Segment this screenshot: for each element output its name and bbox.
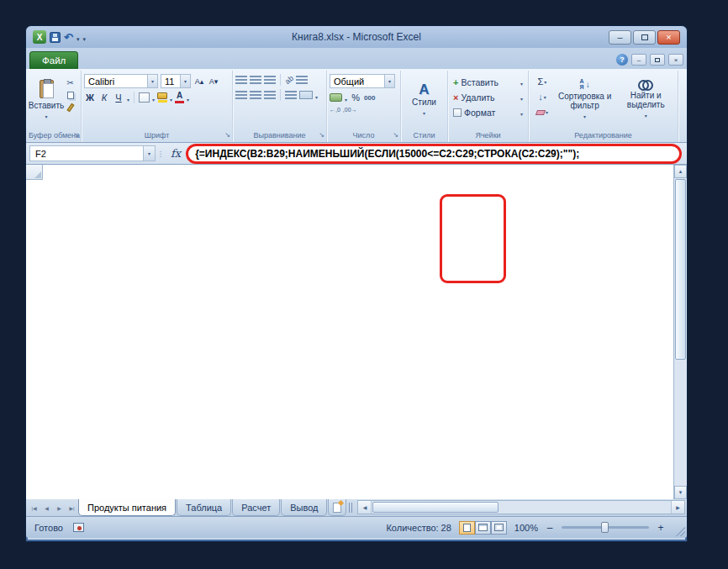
maximize-button[interactable] [633,30,656,45]
name-box[interactable]: F2 [29,145,156,161]
decrease-indent-icon[interactable] [285,91,297,99]
formula-bar-splitter[interactable]: ⋮ [156,150,166,158]
zoom-in-icon[interactable]: + [657,523,665,533]
sheet-tab-vyvod[interactable]: Вывод [281,499,327,516]
page-break-view-button[interactable] [491,521,507,535]
copy-icon[interactable] [67,92,74,99]
currency-format-icon[interactable] [330,93,342,102]
align-bottom-icon[interactable] [264,76,276,84]
align-left-icon[interactable] [235,91,247,99]
styles-button[interactable]: A Стили [404,72,445,128]
font-name-dropdown-icon[interactable] [147,75,157,87]
fill-color-dropdown-icon[interactable] [170,90,172,105]
merge-dropdown-icon[interactable] [315,87,318,103]
workbook-close-button[interactable]: × [668,54,683,66]
orientation-icon[interactable]: ab [283,74,295,86]
decrease-decimal-icon[interactable]: ,00→ [343,107,357,113]
align-center-icon[interactable] [250,91,261,99]
cut-icon[interactable]: ✂ [66,79,73,87]
font-name-combo[interactable]: Calibri [84,74,158,88]
scroll-up-icon[interactable] [674,165,687,178]
sheet-tab-tablitsa[interactable]: Таблица [177,499,231,516]
font-size-dropdown-icon[interactable] [180,75,190,87]
underline-dropdown-icon[interactable] [127,90,129,105]
underline-button[interactable]: Ч [113,91,124,104]
horizontal-scrollbar[interactable] [357,500,685,514]
resize-grip[interactable] [674,525,685,536]
shrink-font-icon[interactable]: A▾ [208,75,219,88]
bold-button[interactable]: Ж [84,91,96,104]
last-sheet-icon[interactable] [66,499,78,516]
formula-input[interactable]: {=ИНДЕКС(B2:B29;НАИМЕНЬШИЙ(ЕСЛИ(15000<=C… [186,144,682,164]
next-sheet-icon[interactable] [53,499,66,516]
file-tab[interactable]: Файл [29,51,78,69]
clipboard-dialog-launcher-icon[interactable] [73,125,79,140]
workbook-restore-button[interactable] [650,54,665,66]
comma-format-icon[interactable]: 000 [364,94,375,102]
number-dialog-launcher-icon[interactable] [393,125,398,140]
macro-record-icon[interactable] [73,523,84,532]
vertical-scroll-track[interactable] [674,361,687,486]
grow-font-icon[interactable]: A▴ [193,75,205,88]
alignment-dialog-launcher-icon[interactable] [319,125,324,140]
font-color-dropdown-icon[interactable] [187,90,189,105]
excel-logo-icon[interactable]: X [33,30,46,44]
fill-color-icon[interactable] [157,92,167,103]
undo-dropdown-icon[interactable] [76,29,80,45]
zoom-slider-thumb[interactable] [601,522,609,533]
close-button[interactable]: × [657,30,680,45]
format-cells-button[interactable]: Формат [451,105,525,120]
autosum-button[interactable]: Σ [538,76,547,87]
scroll-down-icon[interactable] [674,486,687,499]
insert-cells-button[interactable]: + Вставить [451,75,525,90]
help-icon[interactable]: ? [616,54,628,66]
percent-format-icon[interactable]: % [350,91,361,104]
merge-center-icon[interactable] [299,91,313,99]
horizontal-scroll-track[interactable] [499,501,671,514]
scroll-left-icon[interactable] [358,501,372,514]
clear-button[interactable] [536,107,548,118]
vertical-scroll-thumb[interactable] [675,179,686,360]
wrap-text-icon[interactable] [296,76,308,84]
tab-splitter[interactable] [346,499,354,516]
number-format-dropdown-icon[interactable] [384,75,394,87]
paste-button[interactable]: Вставить [30,72,62,128]
font-dialog-launcher-icon[interactable] [224,125,230,140]
italic-button[interactable]: К [98,91,110,104]
horizontal-scroll-thumb[interactable] [372,502,499,513]
normal-view-button[interactable] [459,521,475,535]
prev-sheet-icon[interactable] [40,499,53,516]
sheet-tab-produkty-pitaniya[interactable]: Продукты питания [78,499,176,516]
select-all-corner[interactable] [26,165,43,180]
font-color-icon[interactable]: А [175,92,184,103]
workbook-minimize-button[interactable]: – [631,54,646,66]
insert-worksheet-button[interactable] [328,499,346,516]
fill-button[interactable]: ↓ [538,92,546,103]
insert-function-button[interactable]: fx [166,147,186,160]
scroll-right-icon[interactable] [671,501,684,514]
find-select-button[interactable]: Найти и выделить [616,72,675,128]
borders-icon[interactable] [139,92,150,103]
zoom-slider[interactable] [562,526,649,529]
sort-filter-button[interactable]: АЯ ↓ Сортировка и фильтр [553,72,617,128]
align-middle-icon[interactable] [250,76,261,84]
name-box-dropdown-icon[interactable] [143,146,155,161]
align-right-icon[interactable] [264,91,276,99]
delete-cells-button[interactable]: × Удалить [451,90,525,105]
number-format-combo[interactable]: Общий [330,74,395,88]
qat-customize-icon[interactable] [82,29,86,45]
save-icon[interactable] [50,32,61,43]
increase-decimal-icon[interactable]: ←,0 [330,107,340,113]
vertical-scrollbar[interactable] [673,165,687,499]
format-painter-icon[interactable] [69,103,72,112]
zoom-out-icon[interactable]: – [546,523,554,533]
first-sheet-icon[interactable] [28,499,40,516]
undo-icon[interactable]: ↶ [64,32,73,43]
minimize-button[interactable]: – [609,30,631,45]
currency-dropdown-icon[interactable] [345,90,347,105]
zoom-level[interactable]: 100% [514,523,538,533]
page-layout-view-button[interactable] [475,521,491,535]
align-top-icon[interactable] [235,76,247,84]
sheet-tab-raschet[interactable]: Расчет [232,499,280,516]
font-size-combo[interactable]: 11 [161,74,191,88]
